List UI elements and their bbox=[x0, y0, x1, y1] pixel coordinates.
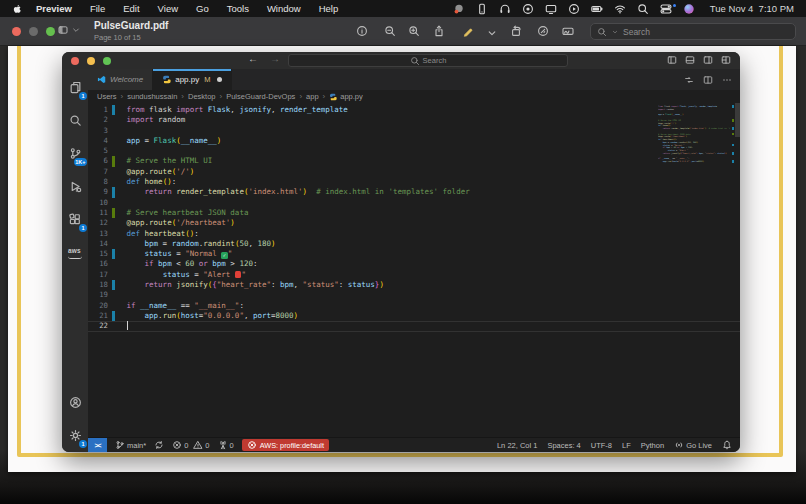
remote-indicator[interactable]: >< bbox=[88, 438, 107, 453]
minimize-button[interactable] bbox=[29, 27, 38, 36]
editor-area[interactable]: 1from flask import Flask, jsonify, rende… bbox=[88, 103, 740, 437]
menu-item-view[interactable]: View bbox=[158, 3, 178, 14]
close-button[interactable] bbox=[71, 57, 79, 65]
activity-aws[interactable]: aws bbox=[62, 236, 88, 269]
play-circle-icon[interactable] bbox=[568, 3, 580, 15]
close-button[interactable] bbox=[12, 27, 21, 36]
line-number: 8 bbox=[88, 177, 108, 187]
zoom-button[interactable] bbox=[103, 57, 111, 65]
layout-panel-icon[interactable] bbox=[685, 55, 695, 65]
layout-sidebar-right-icon[interactable] bbox=[703, 55, 713, 65]
spotlight-icon[interactable] bbox=[637, 3, 649, 15]
layout-sidebar-left-icon[interactable] bbox=[667, 55, 677, 65]
aws-profile-badge[interactable]: AWS: profile:default bbox=[242, 439, 329, 451]
dirty-dot[interactable] bbox=[217, 77, 222, 82]
rotate-icon[interactable] bbox=[510, 25, 522, 37]
language-mode[interactable]: Python bbox=[641, 441, 664, 450]
activity-settings[interactable]: 1 bbox=[62, 419, 88, 452]
code-text: import random bbox=[127, 115, 186, 125]
menu-item-tools[interactable]: Tools bbox=[227, 3, 249, 14]
sync-item[interactable] bbox=[154, 440, 164, 450]
cursor-position[interactable]: Ln 22, Col 1 bbox=[497, 441, 537, 450]
more-actions-icon[interactable] bbox=[722, 75, 732, 85]
markup-pen-icon[interactable] bbox=[463, 25, 475, 37]
activity-search[interactable] bbox=[62, 104, 88, 137]
annotate-icon[interactable] bbox=[537, 25, 549, 37]
siri-icon[interactable] bbox=[683, 3, 695, 15]
activity-run-debug[interactable] bbox=[62, 170, 88, 203]
menu-item-go[interactable]: Go bbox=[196, 3, 209, 14]
screen-record-icon[interactable] bbox=[522, 3, 534, 15]
split-editor-icon[interactable] bbox=[703, 75, 713, 85]
code-text: bpm = random.randint(50, 180) bbox=[127, 239, 276, 249]
gutter-change-mark bbox=[112, 270, 115, 280]
zoom-button[interactable] bbox=[46, 27, 55, 36]
breadcrumb-item[interactable]: Desktop bbox=[188, 92, 216, 101]
headphones-icon[interactable] bbox=[499, 3, 511, 15]
preview-toolbar: PulseGuard.pdf Page 10 of 15 Search bbox=[0, 17, 806, 46]
sidebar-toggle-icon[interactable] bbox=[58, 25, 68, 35]
breadcrumb-item[interactable]: app bbox=[306, 92, 319, 101]
menu-item-edit[interactable]: Edit bbox=[123, 3, 139, 14]
encoding[interactable]: UTF-8 bbox=[591, 441, 612, 450]
indentation[interactable]: Spaces: 4 bbox=[547, 441, 580, 450]
vscode-titlebar: ← → Search bbox=[62, 52, 740, 69]
code-line: 3 bbox=[88, 126, 650, 136]
eol[interactable]: LF bbox=[622, 441, 631, 450]
aws-status-icon bbox=[247, 440, 257, 450]
go-live-item[interactable]: Go Live bbox=[674, 440, 712, 450]
chevron-down-icon[interactable] bbox=[71, 25, 81, 35]
minimize-button[interactable] bbox=[87, 57, 95, 65]
breadcrumb-item[interactable]: sundushussain bbox=[127, 92, 177, 101]
menu-item-help[interactable]: Help bbox=[319, 3, 339, 14]
search-icon bbox=[69, 114, 82, 127]
zoom-out-icon[interactable] bbox=[384, 25, 396, 37]
notifications-item[interactable] bbox=[722, 440, 732, 450]
apple-menu-icon[interactable] bbox=[12, 4, 22, 14]
gutter-change-mark bbox=[112, 290, 115, 300]
pdf-page: ← → Search 11K+1aws1 Welcomeapp.pyM bbox=[8, 46, 796, 472]
git-branch-item[interactable]: main* bbox=[115, 440, 146, 450]
tab-app-py[interactable]: app.pyM bbox=[153, 69, 232, 90]
forward-arrow-icon[interactable]: → bbox=[270, 53, 280, 64]
line-number: 12 bbox=[88, 218, 108, 228]
problems-item[interactable]: 0 0 bbox=[172, 440, 209, 450]
vscode-search-box[interactable]: Search bbox=[288, 54, 568, 67]
breadcrumb-item[interactable]: Users bbox=[97, 92, 117, 101]
menu-item-window[interactable]: Window bbox=[267, 3, 301, 14]
gutter-change-mark bbox=[112, 239, 115, 249]
breadcrumb-item[interactable]: PulseGuard-DevOps bbox=[226, 92, 295, 101]
scrollbar[interactable] bbox=[735, 103, 740, 137]
activity-extensions[interactable]: 1 bbox=[62, 203, 88, 236]
wifi-icon[interactable] bbox=[614, 3, 626, 15]
open-changes-icon[interactable] bbox=[684, 75, 694, 85]
activity-source-control[interactable]: 1K+ bbox=[62, 137, 88, 170]
line-number: 13 bbox=[88, 229, 108, 239]
code-line: 10 bbox=[88, 198, 650, 208]
tab-welcome[interactable]: Welcome bbox=[88, 69, 153, 90]
share-icon[interactable] bbox=[433, 25, 445, 37]
chevron-down-icon[interactable] bbox=[486, 27, 498, 39]
menu-item-file[interactable]: File bbox=[90, 3, 105, 14]
git-branch-icon bbox=[115, 440, 125, 450]
gutter-change-mark bbox=[112, 156, 115, 166]
control-center-icon[interactable] bbox=[660, 3, 672, 15]
activity-account[interactable] bbox=[62, 386, 88, 419]
display-icon[interactable] bbox=[545, 3, 557, 15]
preview-search-field[interactable]: Search bbox=[590, 23, 796, 40]
activity-explorer[interactable]: 1 bbox=[62, 71, 88, 104]
menu-clock[interactable]: Tue Nov 4 7:10 PM bbox=[710, 3, 794, 14]
screen-share-icon[interactable] bbox=[453, 3, 465, 15]
device-icon[interactable] bbox=[476, 3, 488, 15]
form-fill-icon[interactable] bbox=[562, 25, 574, 37]
zoom-in-icon[interactable] bbox=[408, 25, 420, 37]
ports-item[interactable]: 0 bbox=[218, 440, 234, 450]
back-arrow-icon[interactable]: ← bbox=[248, 53, 258, 64]
menu-app-name[interactable]: Preview bbox=[36, 3, 72, 14]
breadcrumb-item[interactable]: app.py bbox=[329, 92, 363, 101]
minimap[interactable]: from flask import Flask, jsonify, render… bbox=[658, 105, 730, 167]
info-icon[interactable] bbox=[356, 25, 368, 37]
battery-icon[interactable] bbox=[591, 3, 603, 15]
gutter-change-mark bbox=[112, 301, 115, 311]
layout-custom-icon[interactable] bbox=[721, 55, 731, 65]
